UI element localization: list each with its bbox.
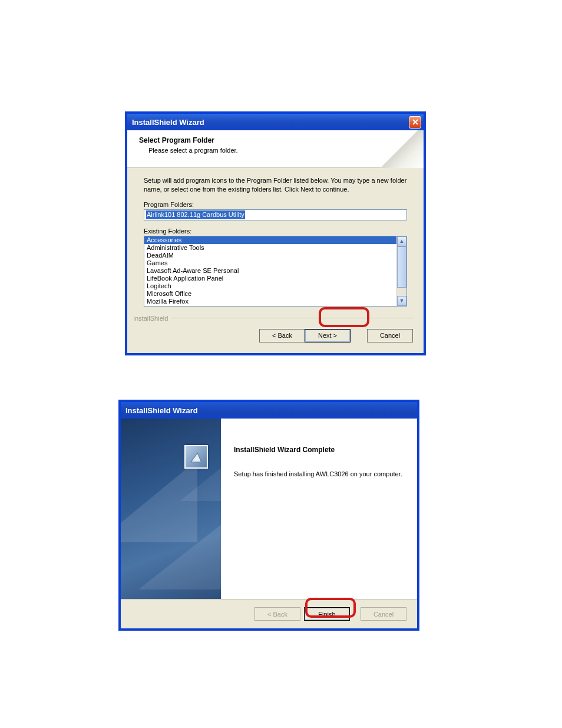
- dialog-content: Setup will add program icons to the Prog…: [127, 168, 424, 311]
- divider: [171, 318, 413, 318]
- list-item[interactable]: Administrative Tools: [144, 244, 396, 252]
- header-title: Select Program Folder: [139, 136, 414, 144]
- complete-pane: InstallShield Wizard Complete Setup has …: [221, 419, 417, 599]
- list-item[interactable]: Accessories: [144, 236, 396, 244]
- program-folders-label: Program Folders:: [144, 201, 407, 208]
- dialog-body: InstallShield Wizard Complete Setup has …: [121, 419, 417, 599]
- wizard-graphic: [121, 419, 221, 599]
- list-item[interactable]: Mozilla Firefox: [144, 298, 396, 305]
- dialog-footer: < Back Finish Cancel: [121, 599, 417, 628]
- program-folder-value: Airlink101 802.11g Cardbus Utility: [146, 210, 245, 219]
- dialog-footer: InstallShield < Back Next > Cancel: [127, 311, 424, 353]
- titlebar[interactable]: InstallShield Wizard: [127, 114, 424, 130]
- existing-folders-listbox[interactable]: Accessories Administrative Tools DeadAIM…: [144, 236, 407, 307]
- window-title: InstallShield Wizard: [132, 118, 409, 127]
- svg-marker-0: [191, 453, 201, 462]
- page-curl-graphic: [376, 130, 424, 168]
- list-item[interactable]: Microsoft Office: [144, 290, 396, 298]
- list-item[interactable]: Logitech: [144, 282, 396, 290]
- scrollbar[interactable]: ▲ ▼: [396, 236, 406, 306]
- dialog-header: Select Program Folder Please select a pr…: [127, 130, 424, 168]
- brand-label: InstallShield: [133, 315, 168, 322]
- back-button[interactable]: < Back: [259, 329, 305, 342]
- install-logo-icon: [184, 445, 208, 469]
- complete-text: Setup has finished installing AWLC3026 o…: [234, 470, 404, 477]
- complete-title: InstallShield Wizard Complete: [234, 446, 404, 454]
- installshield-select-folder-dialog: InstallShield Wizard Select Program Fold…: [125, 112, 425, 355]
- list-item[interactable]: DeadAIM: [144, 252, 396, 259]
- scroll-track[interactable]: [397, 246, 406, 296]
- installshield-complete-dialog: InstallShield Wizard InstallShield Wizar…: [119, 400, 419, 630]
- list-item[interactable]: Games: [144, 259, 396, 267]
- header-subtitle: Please select a program folder.: [148, 147, 414, 154]
- list-item[interactable]: Lavasoft Ad-Aware SE Personal: [144, 267, 396, 275]
- scroll-up-icon[interactable]: ▲: [397, 236, 406, 246]
- scroll-thumb[interactable]: [397, 246, 406, 288]
- list-item[interactable]: LifeBook Application Panel: [144, 275, 396, 282]
- titlebar[interactable]: InstallShield Wizard: [121, 402, 417, 419]
- finish-button[interactable]: Finish: [304, 607, 350, 621]
- back-button: < Back: [254, 607, 300, 621]
- program-folder-input[interactable]: Airlink101 802.11g Cardbus Utility: [144, 209, 407, 220]
- window-title: InstallShield Wizard: [125, 406, 415, 415]
- close-icon[interactable]: [409, 116, 421, 129]
- description-text: Setup will add program icons to the Prog…: [144, 176, 407, 194]
- cancel-button[interactable]: Cancel: [367, 329, 413, 342]
- next-button[interactable]: Next >: [305, 329, 351, 342]
- existing-folders-label: Existing Folders:: [144, 228, 407, 235]
- scroll-down-icon[interactable]: ▼: [397, 296, 406, 306]
- cancel-button: Cancel: [361, 607, 406, 621]
